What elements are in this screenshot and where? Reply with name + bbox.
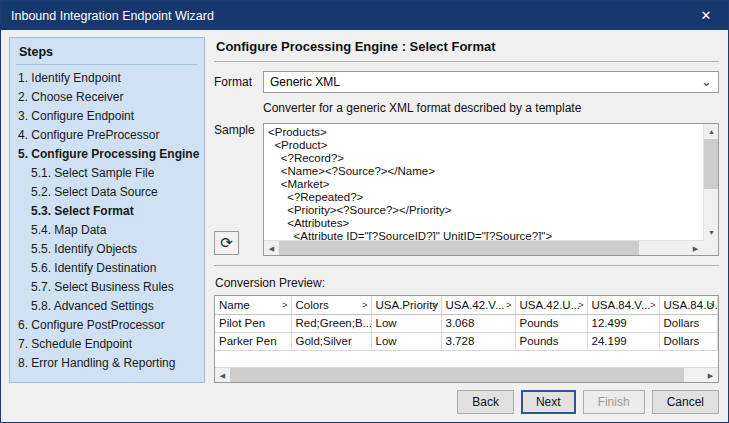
- column-header[interactable]: USA.84.U...>: [659, 296, 718, 314]
- column-sort-icon[interactable]: >: [578, 300, 583, 310]
- table-cell: 3.068: [441, 314, 515, 332]
- cancel-button[interactable]: Cancel: [652, 390, 719, 414]
- column-header[interactable]: Colors>: [291, 296, 371, 314]
- table-scroll-thumb[interactable]: [230, 368, 684, 382]
- conversion-preview-label: Conversion Preview:: [215, 276, 719, 290]
- dialog-content: Steps 1. Identify Endpoint2. Choose Rece…: [1, 30, 728, 422]
- sample-vertical-scrollbar[interactable]: ▲ ▼: [703, 124, 718, 240]
- footer-button-bar: Back Next Finish Cancel: [9, 383, 719, 414]
- steps-item[interactable]: 2. Choose Receiver: [18, 88, 196, 107]
- steps-item[interactable]: 5.7. Select Business Rules: [18, 278, 196, 297]
- steps-item[interactable]: 4. Configure PreProcessor: [18, 126, 196, 145]
- back-button[interactable]: Back: [457, 390, 514, 414]
- scroll-right-icon[interactable]: ▶: [688, 241, 703, 256]
- table-row[interactable]: Pilot PenRed;Green;B...Low3.068Pounds12.…: [215, 314, 718, 332]
- scroll-down-icon[interactable]: ▼: [704, 225, 719, 240]
- table-cell: Pounds: [515, 314, 587, 332]
- format-select[interactable]: Generic XML ⌄: [263, 71, 719, 93]
- table-empty-area: [215, 351, 718, 368]
- column-header[interactable]: USA.42.U...>: [515, 296, 587, 314]
- steps-item[interactable]: 8. Error Handling & Reporting: [18, 354, 196, 373]
- table-cell: 3.728: [441, 332, 515, 350]
- sample-horizontal-scrollbar[interactable]: ◀ ▶: [264, 240, 703, 255]
- steps-item[interactable]: 5.6. Identify Destination: [18, 259, 196, 278]
- refresh-icon: ⟳: [220, 234, 233, 252]
- table-cell: Gold;Silver: [291, 332, 371, 350]
- close-button[interactable]: ✕: [684, 1, 728, 30]
- steps-item[interactable]: 5.2. Select Data Source: [18, 183, 196, 202]
- steps-item[interactable]: 5. Configure Processing Engine: [18, 145, 196, 164]
- chevron-down-icon[interactable]: ⌄: [701, 73, 712, 91]
- steps-item[interactable]: 5.8. Advanced Settings: [18, 297, 196, 316]
- sample-template-editor[interactable]: <Products> <Product> <?Record?> <Name><?…: [263, 123, 719, 256]
- column-sort-icon[interactable]: >: [506, 300, 511, 310]
- table-cell: 12.499: [587, 314, 659, 332]
- section-divider: [214, 265, 719, 266]
- column-header-label: USA.42.V...: [446, 299, 505, 311]
- steps-separator: [16, 64, 198, 65]
- column-sort-icon[interactable]: >: [650, 300, 655, 310]
- column-header[interactable]: USA.84.V...>: [587, 296, 659, 314]
- next-button[interactable]: Next: [521, 390, 576, 414]
- steps-item[interactable]: 5.4. Map Data: [18, 221, 196, 240]
- title-bar[interactable]: Inbound Integration Endpoint Wizard ✕: [1, 1, 728, 30]
- refresh-button[interactable]: ⟳: [214, 231, 239, 255]
- scroll-left-icon[interactable]: ◀: [215, 368, 230, 383]
- steps-panel: Steps 1. Identify Endpoint2. Choose Rece…: [9, 37, 205, 383]
- table-cell: 24.199: [587, 332, 659, 350]
- format-label: Format: [214, 75, 263, 89]
- format-selected-value: Generic XML: [270, 75, 340, 89]
- column-header-label: USA.84.V...: [592, 299, 651, 311]
- column-sort-icon[interactable]: >: [709, 300, 714, 310]
- page-title: Configure Processing Engine : Select For…: [214, 37, 719, 61]
- conversion-preview-panel: Name>Colors>USA.Priority>USA.42.V...>USA…: [214, 295, 719, 383]
- table-cell: Low: [371, 332, 441, 350]
- table-header-row: Name>Colors>USA.Priority>USA.42.V...>USA…: [215, 296, 718, 314]
- column-header-label: Colors: [296, 299, 329, 311]
- column-header[interactable]: USA.42.V...>: [441, 296, 515, 314]
- scroll-up-icon[interactable]: ▲: [704, 124, 719, 139]
- conversion-preview-table: Name>Colors>USA.Priority>USA.42.V...>USA…: [215, 296, 718, 351]
- table-row[interactable]: Parker PenGold;SilverLow3.728Pounds24.19…: [215, 332, 718, 350]
- horizontal-scroll-thumb[interactable]: [279, 241, 639, 255]
- scroll-right-icon[interactable]: ▶: [703, 368, 718, 383]
- steps-item[interactable]: 3. Configure Endpoint: [18, 107, 196, 126]
- table-cell: Parker Pen: [215, 332, 291, 350]
- column-header[interactable]: Name>: [215, 296, 291, 314]
- finish-button[interactable]: Finish: [583, 390, 645, 414]
- column-header-label: Name: [219, 299, 250, 311]
- column-header-label: USA.Priority: [376, 299, 439, 311]
- steps-header: Steps: [18, 43, 196, 64]
- column-sort-icon[interactable]: >: [362, 300, 367, 310]
- scrollbar-corner: [703, 240, 718, 255]
- steps-item[interactable]: 5.1. Select Sample File: [18, 164, 196, 183]
- sample-template-text[interactable]: <Products> <Product> <?Record?> <Name><?…: [264, 124, 703, 240]
- steps-item[interactable]: 6. Configure PostProcessor: [18, 316, 196, 335]
- column-sort-icon[interactable]: >: [282, 300, 287, 310]
- wizard-window: Inbound Integration Endpoint Wizard ✕ St…: [0, 0, 729, 423]
- steps-list: 1. Identify Endpoint2. Choose Receiver3.…: [18, 69, 196, 373]
- main-panel: Configure Processing Engine : Select For…: [214, 37, 719, 383]
- table-cell: Low: [371, 314, 441, 332]
- table-horizontal-scrollbar[interactable]: ◀ ▶: [215, 367, 718, 382]
- column-header[interactable]: USA.Priority>: [371, 296, 441, 314]
- window-title: Inbound Integration Endpoint Wizard: [1, 9, 684, 23]
- column-header-label: USA.42.U...: [520, 299, 581, 311]
- heading-divider: [214, 61, 719, 62]
- table-cell: Pounds: [515, 332, 587, 350]
- format-row: Format Generic XML ⌄: [214, 71, 719, 93]
- format-description: Converter for a generic XML format descr…: [263, 101, 719, 115]
- table-cell: Pilot Pen: [215, 314, 291, 332]
- scroll-left-icon[interactable]: ◀: [264, 241, 279, 256]
- steps-item[interactable]: 1. Identify Endpoint: [18, 69, 196, 88]
- sample-label: Sample: [214, 123, 263, 137]
- steps-item[interactable]: 5.5. Identify Objects: [18, 240, 196, 259]
- sample-row: Sample ⟳ <Products> <Product> <?Record?>…: [214, 123, 719, 256]
- steps-item[interactable]: 7. Schedule Endpoint: [18, 335, 196, 354]
- table-cell: Dollars: [659, 332, 718, 350]
- table-cell: Dollars: [659, 314, 718, 332]
- vertical-scroll-thumb[interactable]: [704, 139, 718, 189]
- column-sort-icon[interactable]: >: [432, 300, 437, 310]
- steps-item[interactable]: 5.3. Select Format: [18, 202, 196, 221]
- table-cell: Red;Green;B...: [291, 314, 371, 332]
